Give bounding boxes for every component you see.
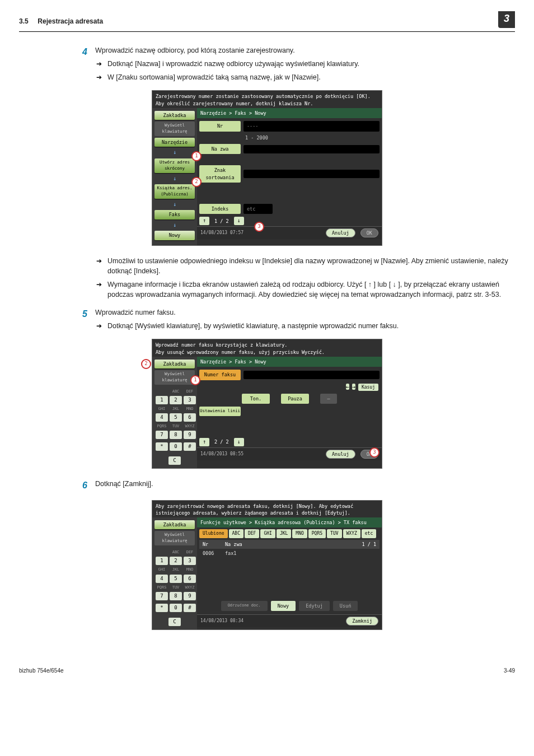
arrow-icon: ➔: [95, 73, 103, 83]
key-hash[interactable]: #: [184, 604, 196, 612]
datetime: 14/08/2013 08:34: [200, 618, 243, 624]
page-footer: bizhub 754e/654e 3-49: [19, 664, 515, 675]
list-row[interactable]: 0006 fax1: [199, 549, 380, 558]
btn-utworz-adres[interactable]: Utwórz adres skrócony: [154, 158, 195, 173]
note: Umożliwi to ustawienie odpowiedniego ind…: [107, 256, 515, 276]
key-5[interactable]: 5: [170, 575, 182, 583]
btn-faks[interactable]: Faks: [154, 210, 195, 219]
step-5: 5 Wprowadzić numer faksu. ➔ Dotknąć [Wyś…: [75, 307, 515, 331]
tab-mno[interactable]: MNO: [292, 529, 307, 538]
field-nazwa[interactable]: Na zwa: [199, 144, 241, 154]
page-down-button[interactable]: ↓: [234, 438, 244, 446]
pager-text: 1 / 2: [212, 218, 231, 225]
btn-edytuj[interactable]: Edytuj: [299, 601, 330, 611]
key-8[interactable]: 8: [170, 592, 182, 600]
tab-tuv[interactable]: TUV: [327, 529, 341, 538]
btn-ton[interactable]: Ton.: [242, 394, 270, 404]
tab-zakladka[interactable]: Zakładka: [154, 111, 195, 120]
field-sort[interactable]: Znak sortowania: [199, 165, 241, 183]
page-up-button[interactable]: ↑: [199, 217, 209, 225]
side-column: Zakładka Wyświetl klawiaturę ABCDEF 1 2 …: [152, 517, 197, 629]
btn-ustawienia-linii[interactable]: Ustawienia linii: [199, 407, 241, 416]
key-0[interactable]: 0: [170, 442, 182, 451]
page-up-button[interactable]: ↑: [199, 438, 209, 446]
btn-odrzucone[interactable]: Odrzućone doc.: [221, 601, 268, 611]
btn-nowy[interactable]: Nowy: [271, 601, 296, 611]
tab-wxyz[interactable]: WXYZ: [343, 529, 360, 538]
key-7[interactable]: 7: [156, 431, 168, 439]
hint-text: Wprowadź numer faksu korzystając z klawi…: [152, 339, 382, 357]
key-1[interactable]: 1: [156, 557, 168, 565]
datetime: 14/08/2013 08:55: [200, 451, 243, 458]
key-star[interactable]: *: [156, 442, 168, 451]
tab-zakladka[interactable]: Zakładka: [154, 360, 195, 368]
page-header: 3.5 Rejestracja adresata 3: [19, 17, 515, 32]
tab-def[interactable]: DEF: [245, 529, 259, 538]
btn-ksiazka[interactable]: Książka adres. (Publiczna): [154, 184, 195, 199]
key-5[interactable]: 5: [170, 413, 182, 422]
substep: Dotknąć [Wyświetl klawiaturę], by wyświe…: [107, 321, 515, 331]
ok-button[interactable]: OK: [360, 228, 378, 237]
btn-dash[interactable]: —: [320, 394, 337, 404]
page-indicator: 1 / 1: [362, 541, 376, 548]
col-nr: Nr: [203, 541, 225, 548]
arrow-left-button[interactable]: ←: [346, 384, 349, 390]
keypad: ABCDEF 1 2 3 GHIJKLMNO 4 5 6 PQRSTUVWXYZ…: [152, 386, 197, 453]
key-7[interactable]: 7: [156, 592, 168, 600]
btn-nowy[interactable]: Nowy: [154, 231, 195, 240]
btn-show-keyboard[interactable]: Wyświetl klawiaturę: [154, 122, 195, 136]
btn-show-keyboard[interactable]: Wyświetl klawiaturę: [154, 370, 195, 385]
step-4: 4 Wprowadzić nazwę odbiorcy, pod którą z…: [75, 45, 515, 82]
key-1[interactable]: 1: [156, 396, 168, 404]
value-sort: [243, 170, 380, 178]
key-hash[interactable]: #: [184, 442, 196, 451]
keypad: ABCDEF 1 2 3 GHIJKLMNO 4 5 6 PQRSTUVWXYZ…: [152, 547, 197, 614]
key-9[interactable]: 9: [184, 592, 196, 600]
key-8[interactable]: 8: [170, 431, 182, 439]
index-tabs: Ulubione ABC DEF GHI JKL MNO PQRS TUV WX…: [199, 529, 380, 538]
key-3[interactable]: 3: [184, 557, 196, 565]
field-nr[interactable]: Nr: [199, 121, 241, 131]
btn-show-keyboard[interactable]: Wyświetl klawiaturę: [154, 531, 195, 545]
key-star[interactable]: *: [156, 604, 168, 612]
key-4[interactable]: 4: [156, 575, 168, 583]
cell-nr: 0006: [203, 550, 225, 557]
kasuj-button[interactable]: Kasuj: [358, 384, 378, 391]
tab-ulubione[interactable]: Ulubione: [199, 529, 228, 538]
tab-ghi[interactable]: GHI: [260, 529, 275, 538]
close-button[interactable]: Zamknij: [346, 617, 378, 626]
chapter-badge: 3: [498, 11, 515, 28]
key-2[interactable]: 2: [170, 396, 182, 404]
btn-pauza[interactable]: Pauza: [281, 394, 309, 404]
tab-zakladka[interactable]: Zakładka: [154, 520, 195, 529]
down-arrow-icon: ↓: [152, 175, 197, 183]
hint-text: Aby zarejestrować nowego adresata faksu,…: [152, 501, 382, 518]
key-6[interactable]: 6: [184, 575, 196, 583]
tab-abc[interactable]: ABC: [229, 529, 243, 538]
key-2[interactable]: 2: [170, 557, 182, 565]
cancel-button[interactable]: Anuluj: [326, 450, 355, 459]
field-index[interactable]: Indeks: [199, 204, 241, 214]
key-c[interactable]: C: [168, 618, 181, 626]
key-6[interactable]: 6: [184, 413, 196, 422]
tab-pqrs[interactable]: PQRS: [308, 529, 326, 538]
page-down-button[interactable]: ↓: [234, 217, 244, 225]
key-3[interactable]: 3: [184, 396, 196, 404]
cancel-button[interactable]: Anuluj: [326, 228, 355, 237]
key-c[interactable]: C: [168, 456, 181, 465]
step-text: Wprowadzić nazwę odbiorcy, pod którą zos…: [95, 45, 515, 55]
value-etc: etc: [243, 204, 273, 214]
tab-etc[interactable]: etc: [362, 529, 376, 538]
step-text: Dotknąć [Zamknij].: [95, 479, 515, 489]
key-4[interactable]: 4: [156, 413, 168, 422]
tab-jkl[interactable]: JKL: [277, 529, 291, 538]
btn-usun[interactable]: Usuń: [333, 601, 358, 611]
arrow-right-button[interactable]: →: [352, 384, 355, 390]
key-0[interactable]: 0: [170, 604, 182, 612]
col-name: Na zwa: [225, 541, 242, 548]
side-column: Zakładka Wyświetl klawiaturę Narzędzie ↓…: [152, 108, 197, 245]
key-9[interactable]: 9: [184, 431, 196, 439]
step-number: 5: [75, 307, 87, 331]
btn-narzedzie[interactable]: Narzędzie: [154, 138, 195, 147]
field-numer-faksu[interactable]: Numer faksu: [199, 370, 241, 380]
